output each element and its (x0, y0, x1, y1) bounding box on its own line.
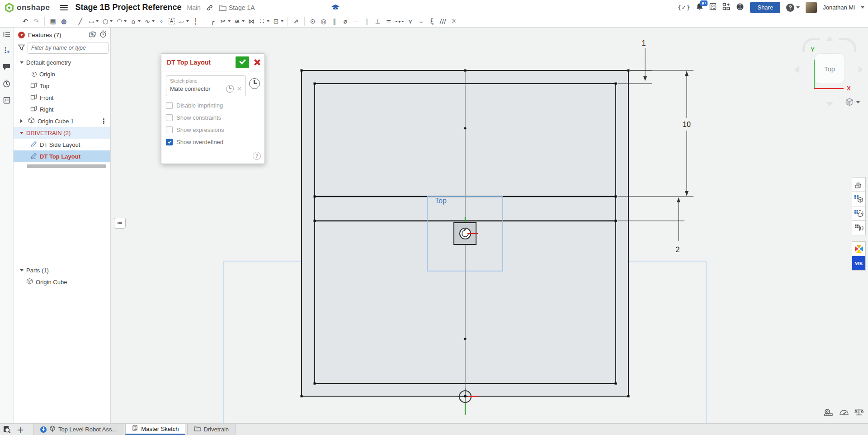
dimension-gap-value[interactable]: 1 (642, 39, 646, 47)
arc-menu-caret-icon[interactable] (124, 20, 127, 22)
view-right-arrow-icon[interactable] (859, 66, 863, 73)
checkbox-checked-icon[interactable] (166, 139, 173, 145)
add-tab-button[interactable]: + (14, 424, 27, 435)
view-cube-face[interactable]: Top (814, 53, 845, 84)
help-caret-icon[interactable] (796, 6, 800, 9)
dimension-band-value[interactable]: 2 (676, 246, 680, 253)
trim-tool-button[interactable]: ✂ (218, 15, 229, 27)
chevron-right-icon[interactable] (20, 119, 23, 123)
pierce-constraint-button[interactable]: ξ (427, 15, 438, 27)
slot-tool-button[interactable]: ▱ (176, 15, 187, 27)
tab-manager-icon[interactable] (0, 424, 14, 435)
sketch-canvas[interactable]: 1 10 2 Top (0, 28, 868, 424)
offset-menu-caret-icon[interactable] (242, 20, 245, 22)
mass-properties-icon[interactable] (854, 408, 863, 418)
equal-constraint-button[interactable]: = (383, 15, 394, 27)
circle-menu-caret-icon[interactable] (110, 20, 113, 22)
history-stopwatch-icon[interactable] (99, 30, 107, 39)
coincident-constraint-button[interactable]: ⊙ (307, 15, 318, 27)
tree-item-front-plane[interactable]: Front (14, 92, 110, 103)
view-options-cube-icon[interactable] (845, 98, 860, 107)
share-button[interactable]: Share (750, 2, 780, 13)
checkbox-show-expressions[interactable]: Show expressions (166, 124, 260, 136)
hamburger-menu-icon[interactable] (60, 4, 68, 12)
checkbox-disable-imprinting[interactable]: Disable imprinting (166, 99, 260, 112)
checkbox-icon[interactable] (166, 126, 173, 133)
user-name[interactable]: Jonathan Mi (823, 4, 855, 11)
comments-icon[interactable] (3, 64, 10, 72)
custom-feature-script-icon[interactable] (852, 220, 866, 235)
checkbox-icon[interactable] (166, 102, 173, 109)
arc-tool-button[interactable]: ◠ (114, 15, 125, 27)
dialog-help-icon[interactable]: ? (253, 152, 261, 160)
circle-tool-button[interactable]: ○ (100, 15, 111, 27)
education-badge-icon[interactable] (331, 5, 340, 11)
rotate-cw-icon[interactable] (839, 38, 856, 52)
tree-group-default-geometry[interactable]: Default geometry (14, 56, 110, 68)
mate-connector-picker-icon[interactable] (249, 78, 260, 89)
sketch-plane-field[interactable]: Sketch plane Mate connector ✕ (166, 75, 246, 96)
dialog-cancel-button[interactable] (253, 58, 261, 66)
parallel-constraint-button[interactable]: ∥ (329, 15, 340, 27)
view-options-caret-icon[interactable] (856, 101, 860, 103)
undo-button[interactable]: ↶ (20, 15, 31, 27)
perpendicular-constraint-button[interactable]: ⊥ (373, 15, 383, 27)
construction-toggle-button[interactable]: ┆ (190, 15, 201, 27)
feature-filter-input[interactable] (28, 42, 108, 54)
app-store-icon[interactable] (722, 3, 730, 12)
polygon-tool-button[interactable]: ⌂ (128, 15, 139, 27)
protractor-icon[interactable] (839, 408, 849, 418)
tree-item-top-plane[interactable]: Top (14, 80, 110, 92)
featurescript-icon[interactable]: {✓} (678, 4, 690, 11)
trim-menu-caret-icon[interactable] (228, 20, 231, 22)
task-list-icon[interactable] (709, 3, 717, 12)
rectangle-tool-button[interactable]: ▭ (86, 15, 97, 27)
offset-tool-button[interactable]: ≋ (232, 15, 243, 27)
checkbox-icon[interactable] (166, 114, 173, 121)
fix-constraint-button[interactable]: ∕∕∕ (438, 15, 448, 27)
fillet-tool-button[interactable]: ╭ (207, 15, 218, 27)
new-folder-icon[interactable] (89, 31, 96, 39)
custom-feature-pinwheel-icon[interactable] (852, 241, 866, 256)
tree-item-dt-top-layout[interactable]: DT Top Layout (14, 150, 110, 162)
transform-tool-button[interactable]: ⇗ (291, 15, 302, 27)
view-down-arrow-icon[interactable] (826, 102, 833, 107)
cut-list-icon[interactable] (3, 97, 10, 106)
custom-feature-grid-transform-icon[interactable] (852, 206, 866, 221)
line-tool-button[interactable]: ╱ (75, 15, 86, 27)
user-menu-caret-icon[interactable] (861, 6, 864, 9)
checkbox-show-overdefined[interactable]: Show overdefined (166, 136, 260, 148)
feature-list-icon[interactable] (3, 31, 10, 39)
concentric-constraint-button[interactable]: ◎ (318, 15, 329, 27)
tree-item-origin-cube-1[interactable]: Origin Cube 1 (14, 115, 110, 127)
filter-funnel-icon[interactable] (18, 44, 25, 52)
sketch-button[interactable]: ▤ (47, 15, 58, 27)
link-icon[interactable] (206, 4, 213, 11)
checkbox-show-constraints[interactable]: Show constraints (166, 112, 260, 124)
workspace-label[interactable]: Stage 1A (229, 4, 255, 11)
tree-item-dt-side-layout[interactable]: DT Side Layout (14, 139, 110, 150)
tree-group-drivetrain[interactable]: DRIVETRAIN (2) (14, 127, 110, 139)
insert-image-button[interactable]: ◍ (58, 15, 69, 27)
feature-list-options-button[interactable]: ≔ (114, 218, 126, 229)
spline-menu-caret-icon[interactable] (152, 20, 155, 22)
view-up-arrow-icon[interactable] (826, 36, 833, 41)
versions-history-icon[interactable] (3, 80, 10, 89)
vertical-constraint-button[interactable]: | (362, 15, 373, 27)
rollback-warning-icon[interactable] (18, 32, 25, 38)
document-title[interactable]: Stage 1B Project Reference (75, 3, 181, 12)
tab-master-sketch[interactable]: Master Sketch (125, 424, 185, 435)
text-tool-button[interactable]: A (169, 18, 175, 24)
help-icon[interactable]: ? (786, 4, 794, 12)
item-menu-dots-icon[interactable] (103, 118, 105, 125)
onshape-logo-icon[interactable] (5, 3, 14, 13)
tab-drivetrain[interactable]: Drivetrain (187, 424, 236, 435)
mirror-tool-button[interactable]: ⋈ (246, 15, 257, 27)
point-tool-button[interactable]: ∘ (156, 15, 167, 27)
chevron-down-icon[interactable] (20, 132, 24, 134)
tangent-constraint-button[interactable]: ⌀ (340, 15, 351, 27)
mate-connector-list-icon[interactable] (4, 47, 10, 56)
horizontal-constraint-button[interactable]: — (351, 15, 362, 27)
dialog-accept-button[interactable] (236, 56, 249, 68)
insert-dxf-button[interactable]: ⊡ (271, 15, 282, 27)
